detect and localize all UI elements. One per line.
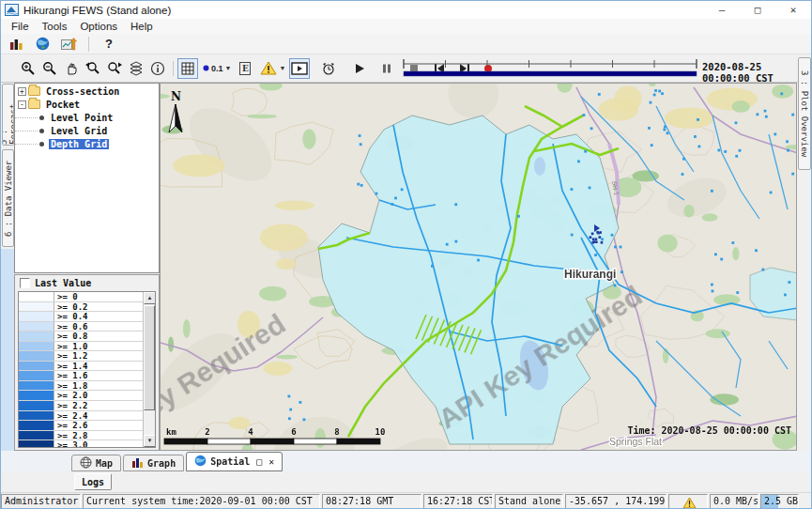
- current-time-label: 2020-08-25 00:00:00 CST: [702, 61, 811, 84]
- zoom-in-button[interactable]: [18, 58, 38, 79]
- legend-color-swatch: [19, 292, 54, 301]
- legend-class-label: >= 0: [54, 292, 78, 301]
- legend-color-swatch: [19, 351, 54, 361]
- help-button[interactable]: ?: [99, 36, 119, 53]
- zoom-out-button[interactable]: [39, 58, 60, 79]
- legend-row[interactable]: >= 3.0: [19, 440, 143, 448]
- legend-row[interactable]: >= 0.4: [19, 312, 143, 322]
- pan-button[interactable]: [61, 58, 82, 79]
- legend-color-swatch: [19, 362, 54, 371]
- info-icon: [150, 61, 165, 76]
- tab-spatial[interactable]: Spatial□✕: [186, 452, 283, 471]
- time-slider-bar[interactable]: [404, 71, 697, 76]
- info-button[interactable]: [147, 58, 168, 79]
- expander-icon[interactable]: +: [18, 87, 26, 96]
- label-toggle-button[interactable]: E: [235, 58, 255, 79]
- tree-connector: [15, 117, 38, 118]
- tree-item-level-point[interactable]: Level Point: [15, 112, 159, 123]
- legend-color-swatch: [19, 440, 54, 448]
- zoom-previous-button[interactable]: [83, 58, 103, 79]
- legend-class-label: >= 0.8: [54, 332, 88, 341]
- tab-graph[interactable]: Graph: [123, 455, 184, 471]
- legend-row[interactable]: >= 0.6: [19, 322, 143, 332]
- legend-color-swatch: [19, 381, 54, 391]
- play-button[interactable]: [349, 58, 370, 79]
- tree-item-pocket[interactable]: -Pocket: [15, 99, 159, 110]
- svg-text:4: 4: [248, 427, 253, 437]
- svg-text:6: 6: [291, 427, 296, 437]
- time-slider[interactable]: [402, 58, 698, 79]
- legend-scrollbar[interactable]: ▲ ▼: [143, 292, 155, 447]
- legend-color-swatch: [19, 371, 54, 380]
- legend-color-swatch: [19, 411, 54, 421]
- tab-map[interactable]: Map: [71, 455, 121, 471]
- legend-color-swatch: [19, 302, 54, 312]
- animation-button[interactable]: [289, 58, 310, 79]
- menu-tools[interactable]: Tools: [36, 21, 74, 32]
- app-logo-icon: [5, 4, 19, 16]
- bullet-icon: [39, 129, 44, 133]
- magnifier-minus-icon: [42, 61, 57, 76]
- tab-plot-overview-label: 3 : Plot Overview: [800, 70, 809, 157]
- tab-plot-overview[interactable]: 3 : Plot Overview: [798, 57, 811, 170]
- legend-color-swatch: [19, 401, 54, 410]
- animation-settings-button[interactable]: [318, 58, 339, 79]
- statistics-button[interactable]: [6, 36, 26, 53]
- minimize-button[interactable]: —: [704, 1, 740, 19]
- legend-row[interactable]: >= 1.0: [19, 342, 143, 352]
- magnifier-back-icon: [85, 61, 100, 76]
- legend-row[interactable]: >= 1.4: [19, 362, 143, 372]
- spatial-map[interactable]: API Key Required API Key Required: [160, 83, 797, 451]
- layers-button[interactable]: [126, 58, 146, 79]
- logs-button[interactable]: Logs: [74, 473, 112, 490]
- legend-row[interactable]: >= 1.8: [19, 381, 143, 392]
- tree-item-cross-section[interactable]: +Cross-section: [15, 85, 159, 97]
- zoom-next-button[interactable]: [104, 58, 125, 79]
- warning-layer-dropdown[interactable]: ▼: [256, 58, 289, 79]
- bar-chart-icon: [131, 456, 144, 470]
- legend-row[interactable]: >= 2.0: [19, 391, 143, 401]
- legend-class-label: >= 1.6: [54, 371, 88, 380]
- legend-row[interactable]: >= 2.8: [19, 431, 143, 441]
- spatial-display-button[interactable]: [58, 36, 79, 53]
- last-value-checkbox[interactable]: [20, 278, 30, 288]
- map-display-button[interactable]: [32, 36, 53, 53]
- legend-row[interactable]: >= 2.2: [19, 401, 143, 411]
- scrollbar-thumb[interactable]: [144, 305, 155, 410]
- tree-item-depth-grid[interactable]: Depth Grid: [15, 138, 159, 149]
- legend-row[interactable]: >= 2.4: [19, 411, 143, 422]
- legend-class-label: >= 1.4: [54, 362, 88, 371]
- tab-maximize-icon[interactable]: □: [256, 456, 262, 467]
- status-cell: -35.657 , 174.199: [565, 494, 666, 509]
- pause-button[interactable]: [376, 58, 397, 79]
- magnifier-plus-icon: [21, 61, 36, 76]
- tree-connector: [15, 131, 38, 131]
- menu-help[interactable]: Help: [124, 21, 160, 32]
- close-button[interactable]: ✕: [775, 1, 811, 19]
- status-cell: 08:27:18 GMT: [322, 494, 421, 509]
- tab-label: Map: [96, 458, 113, 469]
- movie-icon: [291, 62, 308, 75]
- expander-icon[interactable]: -: [18, 100, 26, 109]
- layer-tree-panel: +Cross-section-PocketLevel PointLevel Gr…: [14, 83, 160, 273]
- menu-options[interactable]: Options: [73, 21, 124, 32]
- scroll-up-icon[interactable]: ▲: [144, 292, 156, 304]
- label-e-icon: E: [239, 62, 251, 75]
- maximize-button[interactable]: □: [740, 1, 775, 19]
- legend-row[interactable]: >= 0: [19, 292, 143, 302]
- menu-file[interactable]: File: [5, 21, 36, 32]
- tab-close-icon[interactable]: ✕: [268, 456, 274, 467]
- legend-row[interactable]: >= 1.6: [19, 371, 143, 381]
- classbreak-interval-dropdown[interactable]: 0.1 ▼: [199, 58, 235, 79]
- legend-class-label: >= 2.8: [54, 431, 88, 440]
- tab-forecast[interactable]: 5 : Forecast: [2, 84, 14, 146]
- tree-item-level-grid[interactable]: Level Grid: [15, 125, 159, 136]
- grid-display-button[interactable]: [177, 58, 198, 79]
- legend-row[interactable]: >= 1.2: [19, 351, 143, 362]
- svg-text:2: 2: [205, 427, 209, 437]
- tab-data-viewer[interactable]: 6 : Data Viewer: [2, 149, 14, 247]
- scroll-down-icon[interactable]: ▼: [144, 435, 156, 447]
- legend-row[interactable]: >= 2.6: [19, 421, 143, 431]
- legend-row[interactable]: >= 0.8: [19, 332, 143, 342]
- legend-row[interactable]: >= 0.2: [19, 302, 143, 313]
